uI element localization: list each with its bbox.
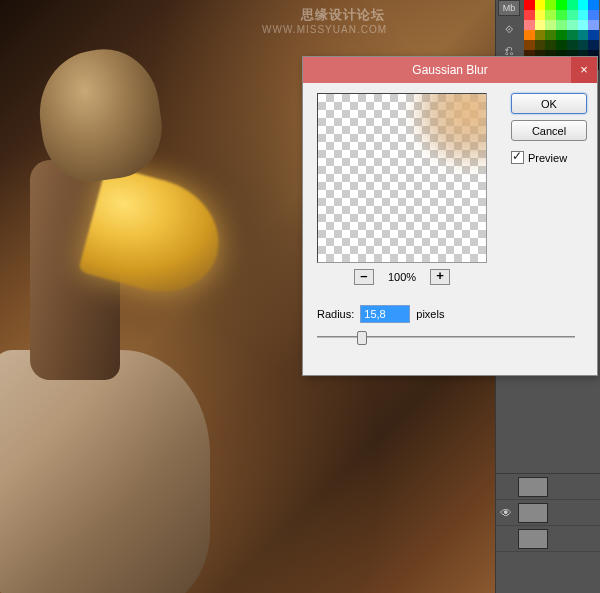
- swatch[interactable]: [524, 0, 535, 10]
- swatch[interactable]: [535, 0, 546, 10]
- swatch[interactable]: [524, 20, 535, 30]
- swatch[interactable]: [588, 10, 599, 20]
- dialog-titlebar[interactable]: Gaussian Blur ×: [303, 57, 597, 83]
- swatch[interactable]: [578, 30, 589, 40]
- layer-row[interactable]: [496, 474, 600, 500]
- preview-checkbox[interactable]: [511, 151, 524, 164]
- swatch[interactable]: [535, 40, 546, 50]
- radius-slider[interactable]: [317, 329, 575, 345]
- swatch[interactable]: [567, 0, 578, 10]
- slider-thumb[interactable]: [357, 331, 367, 345]
- dialog-body: – 100% + Radius: pixels OK Cancel Previe…: [303, 83, 597, 375]
- zoom-out-button[interactable]: –: [354, 269, 374, 285]
- swatch[interactable]: [578, 10, 589, 20]
- watermark-url: WWW.MISSYUAN.COM: [262, 24, 387, 35]
- swatch[interactable]: [545, 0, 556, 10]
- figure-dress: [0, 350, 210, 593]
- swatch[interactable]: [556, 10, 567, 20]
- swatch[interactable]: [588, 20, 599, 30]
- radius-row: Radius: pixels: [317, 305, 444, 323]
- swatch[interactable]: [567, 10, 578, 20]
- swatch[interactable]: [545, 10, 556, 20]
- radius-unit: pixels: [416, 308, 444, 320]
- filter-preview[interactable]: [317, 93, 487, 263]
- swatch[interactable]: [567, 30, 578, 40]
- swatch[interactable]: [524, 30, 535, 40]
- swatch[interactable]: [545, 40, 556, 50]
- dialog-buttons: OK Cancel Preview: [511, 93, 587, 164]
- visibility-icon[interactable]: [500, 532, 514, 546]
- layer-row[interactable]: 👁: [496, 500, 600, 526]
- swatch[interactable]: [535, 30, 546, 40]
- swatch[interactable]: [578, 20, 589, 30]
- preview-content: [406, 93, 487, 174]
- swatch[interactable]: [578, 40, 589, 50]
- layers-panel[interactable]: 👁: [496, 473, 600, 593]
- swatch[interactable]: [588, 0, 599, 10]
- swatch[interactable]: [588, 40, 599, 50]
- swatch[interactable]: [567, 40, 578, 50]
- swatch[interactable]: [545, 30, 556, 40]
- swatch[interactable]: [556, 20, 567, 30]
- radius-input[interactable]: [360, 305, 410, 323]
- layer-thumbnail[interactable]: [518, 477, 548, 497]
- swatch[interactable]: [545, 20, 556, 30]
- swatch[interactable]: [535, 20, 546, 30]
- swatch[interactable]: [524, 40, 535, 50]
- swatch[interactable]: [524, 10, 535, 20]
- swatch[interactable]: [567, 20, 578, 30]
- swatch[interactable]: [556, 0, 567, 10]
- preview-checkbox-row[interactable]: Preview: [511, 151, 587, 164]
- swatch[interactable]: [556, 40, 567, 50]
- visibility-icon[interactable]: [500, 480, 514, 494]
- artwork-figure: [0, 40, 240, 560]
- radius-label: Radius:: [317, 308, 354, 320]
- swatch[interactable]: [588, 30, 599, 40]
- gaussian-blur-dialog: Gaussian Blur × – 100% + Radius: pixels …: [302, 56, 598, 376]
- layer-row[interactable]: [496, 526, 600, 552]
- swatch[interactable]: [535, 10, 546, 20]
- ok-button[interactable]: OK: [511, 93, 587, 114]
- close-button[interactable]: ×: [571, 57, 597, 83]
- watermark-text: 思缘设计论坛: [301, 6, 385, 24]
- layer-thumbnail[interactable]: [518, 529, 548, 549]
- slider-track: [317, 336, 575, 338]
- layer-thumbnail[interactable]: [518, 503, 548, 523]
- dialog-title-text: Gaussian Blur: [412, 63, 487, 77]
- swatch[interactable]: [578, 0, 589, 10]
- swatch[interactable]: [556, 30, 567, 40]
- panel-tab[interactable]: Mb: [498, 0, 520, 16]
- tool-icon-a[interactable]: ⟐: [500, 20, 518, 38]
- preview-checkbox-label: Preview: [528, 152, 567, 164]
- zoom-value: 100%: [388, 271, 416, 283]
- visibility-icon[interactable]: 👁: [500, 506, 514, 520]
- zoom-controls: – 100% +: [317, 269, 487, 285]
- cancel-button[interactable]: Cancel: [511, 120, 587, 141]
- zoom-in-button[interactable]: +: [430, 269, 450, 285]
